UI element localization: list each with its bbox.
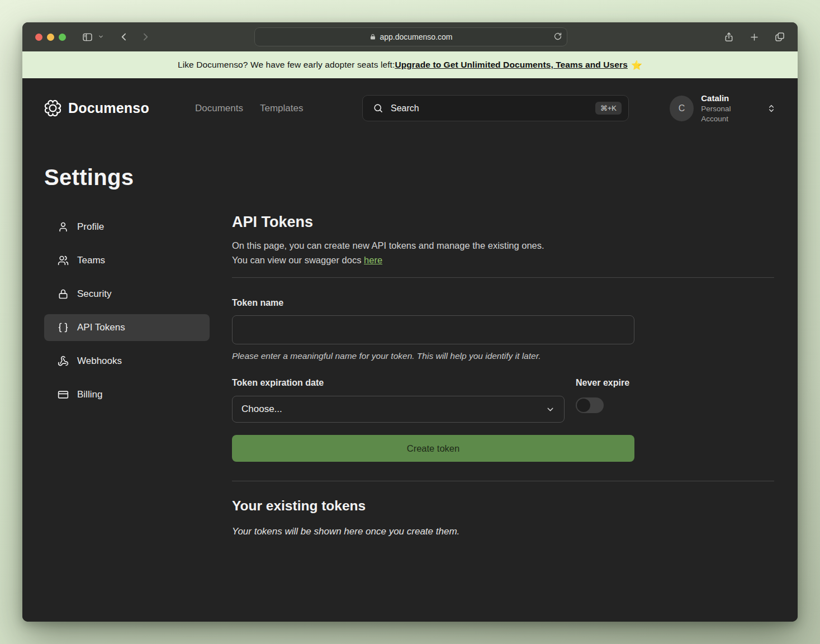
traffic-lights [35, 34, 66, 41]
top-nav: Documents Templates [195, 95, 303, 121]
close-window-button[interactable] [35, 34, 42, 41]
search-placeholder: Search [391, 103, 588, 113]
sidebar-item-teams[interactable]: Teams [44, 247, 210, 274]
tab-overview-icon[interactable] [771, 29, 789, 45]
webhook-icon [58, 356, 69, 367]
sidebar-item-profile[interactable]: Profile [44, 214, 210, 240]
sidebar-item-api-tokens[interactable]: API Tokens [44, 314, 210, 341]
brand-name: Documenso [68, 100, 149, 116]
divider [232, 481, 774, 481]
chevrons-up-down-icon [767, 104, 776, 113]
share-icon[interactable] [720, 29, 738, 45]
promo-text: Like Documenso? We have few early adopte… [178, 60, 395, 70]
sidebar-item-label: Profile [77, 221, 104, 233]
browser-toolbar: app.documenso.com [22, 22, 798, 51]
chevron-down-icon [546, 405, 555, 414]
sidebar-item-label: Teams [77, 255, 105, 266]
description-line2: You can view our swagger docs [232, 255, 364, 265]
section-heading: API Tokens [232, 214, 774, 231]
sidebar-menu-chevron-icon[interactable] [98, 32, 104, 42]
nav-documents[interactable]: Documents [195, 103, 243, 114]
app-header: Documenso Documents Templates Search ⌘+K… [44, 95, 776, 121]
browser-window: app.documenso.com [22, 22, 798, 622]
app-content: Documenso Documents Templates Search ⌘+K… [22, 78, 798, 622]
avatar: C [670, 96, 694, 121]
page-title: Settings [44, 165, 776, 190]
url-text: app.documenso.com [380, 32, 453, 41]
section-description: On this page, you can create new API tok… [232, 239, 774, 267]
account-type: Personal Account [701, 104, 756, 124]
documenso-seal-icon [44, 100, 61, 117]
settings-sidebar: Profile Teams Security API Tokens Webhoo… [44, 214, 210, 415]
new-tab-icon[interactable] [746, 29, 763, 45]
user-icon [58, 221, 69, 233]
zoom-window-button[interactable] [59, 34, 66, 41]
existing-tokens-heading: Your existing tokens [232, 498, 774, 514]
account-name: Catalin [701, 93, 756, 104]
token-name-help: Please enter a meaningful name for your … [232, 351, 774, 361]
sidebar-item-billing[interactable]: Billing [44, 381, 210, 408]
account-switcher[interactable]: C Catalin Personal Account [670, 95, 776, 121]
credit-card-icon [58, 389, 69, 400]
sidebar-toggle-icon[interactable] [78, 29, 97, 45]
forward-button[interactable] [136, 29, 154, 45]
toggle-knob [577, 399, 590, 412]
search-shortcut-badge: ⌘+K [595, 102, 622, 115]
sidebar-item-label: Webhooks [77, 356, 122, 367]
minimize-window-button[interactable] [47, 34, 54, 41]
sidebar-item-security[interactable]: Security [44, 281, 210, 307]
token-name-input[interactable] [232, 315, 634, 344]
api-tokens-panel: API Tokens On this page, you can create … [232, 214, 774, 537]
ssl-lock-icon [369, 33, 376, 41]
expiration-selected-value: Choose... [241, 404, 282, 415]
existing-tokens-empty-text: Your tokens will be shown here once you … [232, 526, 774, 537]
expiration-label: Token expiration date [232, 378, 565, 388]
search-icon [373, 103, 383, 113]
braces-icon [58, 322, 69, 333]
back-button[interactable] [115, 29, 133, 45]
brand-logo[interactable]: Documenso [44, 95, 149, 121]
divider [232, 277, 774, 278]
sidebar-item-webhooks[interactable]: Webhooks [44, 348, 210, 375]
expiration-select[interactable]: Choose... [232, 396, 565, 423]
upgrade-link[interactable]: Upgrade to Get Unlimited Documents, Team… [395, 60, 628, 70]
never-expire-toggle[interactable] [576, 397, 604, 413]
create-token-button[interactable]: Create token [232, 435, 634, 462]
lock-icon [58, 288, 69, 300]
promo-banner: Like Documenso? We have few early adopte… [22, 51, 798, 78]
reload-icon[interactable] [553, 32, 562, 42]
sidebar-item-label: Security [77, 288, 111, 300]
never-expire-label: Never expire [576, 378, 629, 388]
nav-templates[interactable]: Templates [260, 103, 303, 114]
sidebar-item-label: API Tokens [77, 322, 125, 333]
users-icon [58, 255, 69, 266]
token-name-label: Token name [232, 298, 774, 308]
description-line1: On this page, you can create new API tok… [232, 240, 544, 250]
search-input[interactable]: Search ⌘+K [362, 95, 629, 121]
swagger-docs-link[interactable]: here [364, 255, 382, 265]
sidebar-item-label: Billing [77, 389, 102, 400]
address-bar[interactable]: app.documenso.com [254, 27, 567, 46]
star-icon: ⭐ [631, 60, 642, 70]
